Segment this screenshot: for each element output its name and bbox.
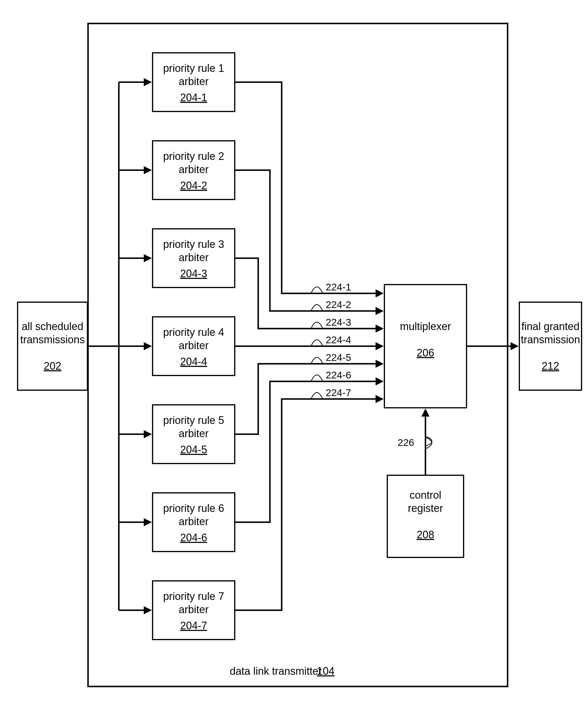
output-line2: transmission xyxy=(521,334,580,345)
mux-label: multiplexer xyxy=(400,320,451,332)
svg-rect-8 xyxy=(384,284,466,408)
arbiter-7-line2: arbiter xyxy=(179,604,209,615)
arbiter-4-block: priority rule 4 arbiter 204-4 xyxy=(152,317,235,376)
svg-text:224-7: 224-7 xyxy=(326,387,351,398)
arbiter-3-ref: 204-3 xyxy=(180,268,207,279)
arbiter-1-block: priority rule 1 arbiter 204-1 xyxy=(152,53,235,111)
svg-text:224-6: 224-6 xyxy=(326,370,351,380)
input-line2: transmissions xyxy=(20,334,85,345)
arbiter-3-line2: arbiter xyxy=(179,251,209,263)
arbiter-3-block: priority rule 3 arbiter 204-3 xyxy=(152,229,235,288)
arbiter-1-line1: priority rule 1 xyxy=(163,62,224,74)
arbiter-2-ref: 204-2 xyxy=(180,180,207,192)
svg-text:224-5: 224-5 xyxy=(326,352,351,363)
control-line2: register xyxy=(408,502,443,514)
control-line1: control xyxy=(410,489,441,501)
arbiter-2-block: priority rule 2 arbiter 204-2 xyxy=(152,141,235,199)
mux-ref: 206 xyxy=(417,347,434,359)
control-wire-label-text: 226 xyxy=(398,437,414,448)
svg-rect-0 xyxy=(18,302,87,390)
arbiter-6-line2: arbiter xyxy=(179,515,209,527)
arbiter-1-line2: arbiter xyxy=(179,76,209,87)
arbiter-2-line1: priority rule 2 xyxy=(163,150,224,162)
input-line1: all scheduled xyxy=(22,320,83,332)
arbiter-7-line1: priority rule 7 xyxy=(163,590,224,602)
control-ref: 208 xyxy=(417,529,434,541)
arbiter-5-ref: 204-5 xyxy=(180,444,207,456)
svg-text:224-2: 224-2 xyxy=(326,299,351,310)
final-granted-transmission-block: final granted transmission 212 xyxy=(519,302,582,390)
arbiter-5-line1: priority rule 5 xyxy=(163,414,224,426)
arbiter-1-ref: 204-1 xyxy=(180,91,207,104)
arbiter-5-block: priority rule 5 arbiter 204-5 xyxy=(152,405,235,464)
arbiter-3-line1: priority rule 3 xyxy=(163,238,224,250)
diagram-canvas: all scheduled transmissions 202 priority… xyxy=(0,0,588,717)
arbiter-7-block: priority rule 7 arbiter 204-7 xyxy=(152,581,235,639)
output-ref: 212 xyxy=(542,360,559,372)
arbiter-4-ref: 204-4 xyxy=(180,356,207,367)
svg-rect-16 xyxy=(387,475,464,557)
arbiter-4-line1: priority rule 4 xyxy=(163,326,224,338)
output-line1: final granted xyxy=(521,320,580,332)
arbiter-2-line2: arbiter xyxy=(179,163,209,175)
svg-text:224-3: 224-3 xyxy=(326,317,351,328)
control-register-block: control register 208 xyxy=(387,475,464,557)
arbiter-6-line1: priority rule 6 xyxy=(163,502,224,514)
arbiter-6-ref: 204-6 xyxy=(180,532,207,544)
arbiter-4-line2: arbiter xyxy=(179,339,209,352)
svg-text:224-4: 224-4 xyxy=(326,334,351,345)
svg-rect-17 xyxy=(519,302,582,390)
arbiter-7-ref: 204-7 xyxy=(180,619,207,632)
arbiter-6-block: priority rule 6 arbiter 204-6 xyxy=(152,493,235,551)
container-ref: 104 xyxy=(317,665,335,677)
input-ref: 202 xyxy=(44,360,61,372)
all-scheduled-transmissions-block: all scheduled transmissions 202 xyxy=(18,302,87,390)
container-label: data link transmitter xyxy=(230,665,322,677)
arbiter-5-line2: arbiter xyxy=(179,427,209,440)
multiplexer-block: multiplexer 206 xyxy=(384,284,466,408)
svg-text:224-1: 224-1 xyxy=(326,281,351,293)
